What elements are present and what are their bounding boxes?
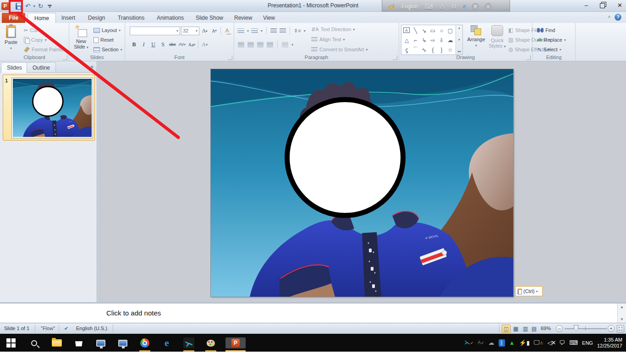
shape-oval[interactable]: ○ — [437, 26, 446, 35]
format-painter-button[interactable]: Format Painter — [24, 45, 65, 54]
pc-monitor-icon-1[interactable] — [95, 337, 106, 348]
minimize-ribbon-icon[interactable]: ˄ — [608, 15, 610, 19]
notes-scrollbar[interactable]: ▲ ▼ — [617, 304, 626, 323]
file-explorer-icon[interactable] — [51, 337, 62, 348]
panel-tab-slides[interactable]: Slides — [1, 62, 28, 73]
slide-thumbnail[interactable] — [11, 77, 93, 138]
tab-transitions[interactable]: Transitions — [111, 13, 151, 23]
panel-close-icon[interactable]: ✕ — [90, 65, 94, 70]
bullets-icon[interactable] — [238, 28, 244, 33]
tray-volume-muted-icon[interactable]: ◁✕ — [547, 340, 555, 346]
paragraph-dialog-launcher[interactable] — [393, 55, 397, 60]
chrome-icon[interactable] — [139, 337, 150, 348]
cut-button[interactable]: ✂Cut — [24, 26, 38, 35]
view-reading-button[interactable]: ▥ — [521, 325, 530, 333]
shape-arc[interactable]: ⌒ — [411, 45, 420, 54]
edge-icon[interactable]: e — [161, 337, 172, 348]
slide-thumbnail-selected[interactable]: 1 — [3, 75, 95, 141]
avro-web-icon[interactable]: e — [463, 3, 466, 10]
shape-elbow-arrow[interactable]: ↳ — [420, 35, 428, 45]
columns-icon[interactable] — [282, 42, 288, 47]
telenor-icon[interactable]: ⋋ — [183, 337, 194, 348]
tray-battery-icon[interactable]: ⚡▮ — [519, 340, 529, 346]
shapes-gallery[interactable]: A ╲ ↘ ▭ ○ ▢ △ ⌐ ↳ ⇨ ⇩ ☁ ϛ ⌒ ∿ { } — [401, 25, 463, 55]
shape-line[interactable]: ╲ — [411, 26, 420, 35]
align-center-icon[interactable] — [247, 42, 254, 47]
tab-slideshow[interactable]: Slide Show — [189, 13, 230, 23]
drawing-dialog-launcher[interactable] — [526, 55, 531, 60]
tab-insert[interactable]: Insert — [55, 13, 82, 23]
copy-button[interactable]: Copy▾ — [24, 35, 47, 44]
shape-curve[interactable]: ∿ — [420, 45, 428, 54]
store-icon[interactable] — [73, 337, 84, 348]
shape-elbow[interactable]: ⌐ — [411, 35, 420, 45]
pc-monitor-icon-2[interactable] — [117, 337, 128, 348]
clipboard-dialog-launcher[interactable] — [63, 55, 67, 60]
font-name-combo[interactable]: ▾ — [130, 27, 180, 35]
slide-canvas[interactable] — [211, 69, 513, 297]
tab-review[interactable]: Review — [228, 13, 258, 23]
scroll-down-icon[interactable]: ▼ — [620, 317, 624, 321]
tab-design[interactable]: Design — [82, 13, 111, 23]
shape-rounded-rect[interactable]: ▢ — [446, 26, 455, 35]
underline-button[interactable]: U — [149, 40, 158, 49]
shapes-scrollbar[interactable]: ▴▾▾▾ — [456, 25, 462, 54]
font-color-button[interactable]: A▾ — [200, 40, 209, 49]
decrease-indent-icon[interactable] — [270, 28, 277, 33]
font-dialog-launcher[interactable] — [228, 55, 232, 60]
tab-file[interactable]: File — [2, 13, 25, 23]
theme-name[interactable]: "Flow" — [41, 326, 55, 331]
align-right-icon[interactable] — [257, 42, 264, 47]
tray-clock[interactable]: 1:35 AM12/25/2017 — [597, 337, 622, 349]
find-button[interactable]: Find — [537, 26, 555, 35]
change-case-button[interactable]: Aa▾ — [187, 40, 196, 49]
text-direction-button[interactable]: ⇵AText Direction▾ — [311, 25, 355, 34]
grow-font-button[interactable]: A▴ — [200, 27, 209, 35]
tray-cloud-icon[interactable]: ☁ — [489, 340, 494, 346]
shape-star[interactable]: ☆ — [446, 45, 455, 54]
tab-view[interactable]: View — [257, 13, 281, 23]
keyboard-layout-icon[interactable]: ⌨ — [424, 4, 433, 10]
new-slide-button[interactable]: ✳ New Slide ▾ — [71, 25, 91, 50]
langbar-minimize-icon[interactable]: – — [485, 3, 491, 10]
section-button[interactable]: Section▾ — [93, 45, 122, 54]
settings-gear-icon[interactable]: ⚙ — [451, 4, 457, 10]
avro-tools-icon[interactable]: ♙ — [439, 4, 445, 10]
paint-icon[interactable] — [205, 337, 216, 348]
layout-button[interactable]: Layout▾ — [93, 26, 121, 35]
paste-options-button[interactable]: (Ctrl) ▾ — [515, 286, 543, 296]
shape-cloud[interactable]: ☁ — [446, 35, 455, 45]
tab-home[interactable]: Home — [27, 13, 56, 23]
font-size-combo[interactable]: 32▾ — [181, 27, 199, 35]
notes-pane[interactable]: Click to add notes ▲ ▼ — [0, 302, 626, 323]
shrink-font-button[interactable]: A▾ — [210, 27, 219, 35]
shape-triangle[interactable]: △ — [402, 35, 411, 45]
langbar-help-icon[interactable]: ? — [472, 3, 478, 10]
spellcheck-icon[interactable]: ✔ — [64, 326, 68, 331]
line-spacing-icon[interactable]: ⇕≡ — [294, 28, 301, 34]
select-button[interactable]: ⇖Select▾ — [537, 45, 561, 54]
strikethrough-button[interactable]: abe — [168, 40, 177, 49]
convert-smartart-button[interactable]: Convert to SmartArt▾ — [311, 45, 368, 54]
zoom-slider-handle[interactable] — [574, 325, 578, 331]
paste-button[interactable]: Paste▾ — [1, 25, 21, 51]
shape-right-arrow[interactable]: ⇨ — [428, 35, 437, 45]
shadow-button[interactable]: S — [159, 40, 167, 49]
shape-right-brace[interactable]: } — [437, 45, 446, 54]
align-text-button[interactable]: Align Text▾ — [311, 35, 345, 44]
tray-touch-keyboard-icon[interactable]: ⌨ — [569, 340, 578, 346]
notes-placeholder[interactable]: Click to add notes — [106, 309, 161, 317]
reset-button[interactable]: Reset — [93, 35, 114, 44]
view-slideshow-button[interactable]: ▤ — [530, 325, 538, 333]
tray-notification-icon[interactable]: 🗩 — [559, 340, 565, 346]
minimize-button[interactable]: – — [585, 2, 588, 9]
zoom-level[interactable]: 69% — [541, 326, 551, 331]
align-left-icon[interactable] — [238, 42, 244, 47]
shape-textbox[interactable]: A — [403, 27, 410, 33]
tray-bluetooth-icon[interactable]: ᛒ — [499, 339, 505, 347]
start-button[interactable] — [5, 337, 16, 348]
arrange-button[interactable]: Arrange▾ — [466, 25, 486, 49]
replace-button[interactable]: abReplace▾ — [537, 35, 566, 44]
restore-button[interactable] — [600, 2, 605, 7]
shape-arrow[interactable]: ↘ — [420, 26, 428, 35]
